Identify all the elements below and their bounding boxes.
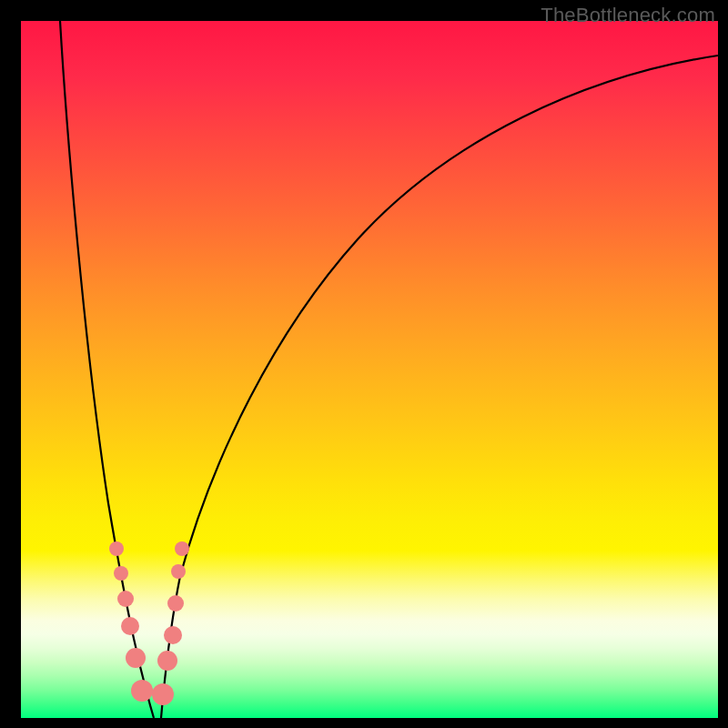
data-marker — [175, 541, 189, 556]
watermark-text: TheBottleneck.com — [541, 4, 715, 27]
data-marker — [164, 626, 182, 644]
data-marker — [171, 564, 186, 579]
plot-area — [21, 21, 718, 718]
data-marker — [157, 651, 177, 671]
data-marker — [114, 566, 128, 581]
data-marker — [167, 595, 184, 612]
data-marker — [126, 648, 146, 668]
data-marker — [152, 683, 174, 705]
curve-left — [60, 21, 154, 718]
chart-container: TheBottleneck.com — [0, 0, 728, 728]
data-marker — [117, 591, 134, 607]
data-marker — [131, 680, 153, 702]
curve-right — [161, 56, 718, 718]
data-marker — [109, 541, 124, 556]
data-marker — [121, 617, 139, 635]
curve-layer — [21, 21, 718, 718]
